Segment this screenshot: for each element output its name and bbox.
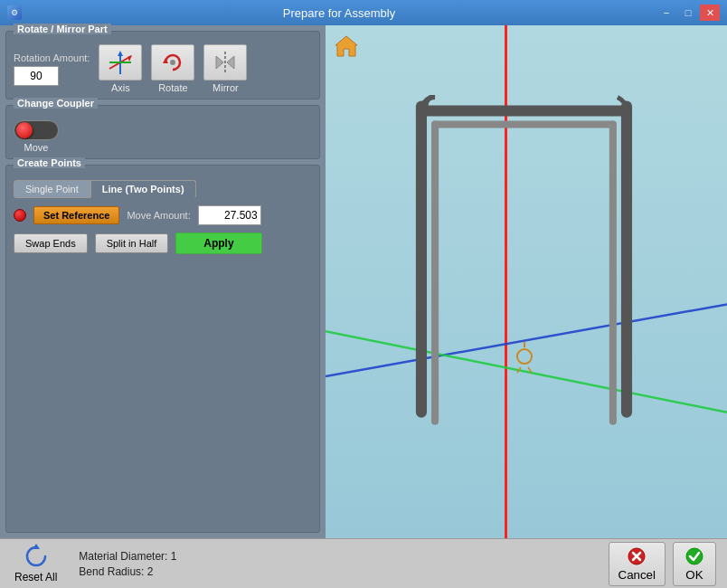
cancel-icon bbox=[627, 546, 647, 566]
cancel-label: Cancel bbox=[618, 568, 656, 582]
material-diameter-text: Material Diameter: 1 bbox=[79, 550, 597, 563]
set-reference-button[interactable]: Set Reference bbox=[33, 206, 119, 224]
tab-single-point[interactable]: Single Point bbox=[14, 180, 90, 198]
rotate-icon bbox=[158, 49, 187, 76]
points-row1: Set Reference Move Amount: bbox=[14, 205, 312, 225]
axis-icon bbox=[106, 49, 135, 76]
dot-indicator bbox=[14, 209, 26, 222]
rotate-mirror-title: Rotate / Mirror Part bbox=[14, 24, 111, 34]
axis-label: Axis bbox=[111, 82, 130, 93]
move-amount-input[interactable] bbox=[198, 205, 261, 225]
move-icon-box[interactable]: Move bbox=[14, 120, 59, 153]
svg-marker-4 bbox=[127, 55, 132, 62]
axis-icon-box bbox=[99, 44, 142, 81]
svg-point-19 bbox=[517, 349, 532, 364]
mirror-button[interactable]: Mirror bbox=[203, 44, 247, 93]
axis-button[interactable]: Axis bbox=[99, 44, 142, 93]
reset-all-label: Reset All bbox=[14, 571, 57, 583]
minimize-button[interactable]: − bbox=[656, 5, 676, 21]
cancel-icon-row bbox=[627, 546, 647, 566]
rotation-label: Rotation Amount: bbox=[14, 52, 90, 63]
svg-marker-23 bbox=[33, 544, 40, 549]
mirror-icon-box bbox=[203, 44, 247, 81]
svg-marker-8 bbox=[216, 56, 223, 69]
mirror-label: Mirror bbox=[212, 82, 239, 93]
viewport-svg bbox=[326, 25, 727, 538]
reset-all-button[interactable]: Reset All bbox=[11, 540, 61, 587]
bottom-bar: Reset All Material Diameter: 1 Bend Radi… bbox=[0, 538, 727, 588]
create-points-group: Create Points Single Point Line (Two Poi… bbox=[5, 165, 320, 533]
create-points-content: Single Point Line (Two Points) Set Refer… bbox=[14, 173, 312, 254]
ok-icon bbox=[685, 546, 704, 566]
svg-marker-9 bbox=[227, 56, 234, 69]
bend-radius-text: Bend Radius: 2 bbox=[79, 565, 597, 578]
svg-line-12 bbox=[326, 331, 727, 413]
tabs: Single Point Line (Two Points) bbox=[14, 180, 312, 198]
info-section: Material Diameter: 1 Bend Radius: 2 bbox=[71, 550, 597, 578]
rotate-button[interactable]: Rotate bbox=[151, 44, 194, 93]
title-controls: − □ ✕ bbox=[656, 5, 720, 21]
reset-icon bbox=[24, 544, 49, 569]
rotate-label: Rotate bbox=[158, 82, 187, 93]
left-panel: Rotate / Mirror Part Rotation Amount: bbox=[0, 25, 326, 538]
bottom-buttons: Cancel OK bbox=[609, 542, 717, 586]
maximize-button[interactable]: □ bbox=[678, 5, 698, 21]
svg-line-11 bbox=[326, 304, 727, 376]
rotate-icon-box bbox=[151, 44, 194, 81]
window-icon: ⚙ bbox=[7, 5, 22, 20]
create-points-title: Create Points bbox=[14, 157, 85, 168]
window-title: Prepare for Assembly bbox=[22, 6, 656, 20]
main-content: Rotate / Mirror Part Rotation Amount: bbox=[0, 25, 727, 538]
svg-point-6 bbox=[170, 60, 175, 65]
cancel-button[interactable]: Cancel bbox=[609, 542, 666, 586]
coupler-group: Change Coupler Move bbox=[5, 105, 320, 159]
rotation-input[interactable] bbox=[14, 66, 59, 86]
svg-marker-3 bbox=[118, 51, 123, 56]
toggle-knob bbox=[16, 122, 33, 138]
title-bar: ⚙ Prepare for Assembly − □ ✕ bbox=[0, 0, 727, 25]
split-in-half-button[interactable]: Split in Half bbox=[95, 233, 169, 253]
close-button[interactable]: ✕ bbox=[700, 5, 720, 21]
apply-button[interactable]: Apply bbox=[175, 232, 261, 254]
viewport bbox=[326, 25, 727, 538]
coupler-title: Change Coupler bbox=[14, 98, 98, 109]
swap-ends-button[interactable]: Swap Ends bbox=[14, 233, 88, 253]
tab-line-two-points[interactable]: Line (Two Points) bbox=[90, 180, 196, 198]
ok-label: OK bbox=[685, 568, 703, 582]
toggle-switch[interactable] bbox=[14, 120, 59, 140]
title-bar-left: ⚙ bbox=[7, 5, 22, 20]
ok-icon-row bbox=[685, 546, 704, 566]
svg-point-27 bbox=[686, 548, 703, 564]
move-label: Move bbox=[24, 142, 49, 153]
move-amount-label: Move Amount: bbox=[127, 210, 190, 221]
rotation-amount-group: Rotation Amount: bbox=[14, 52, 90, 86]
rotate-mirror-group: Rotate / Mirror Part Rotation Amount: bbox=[5, 31, 320, 100]
ok-button[interactable]: OK bbox=[673, 542, 716, 586]
points-row2: Swap Ends Split in Half Apply bbox=[14, 232, 312, 254]
mirror-icon bbox=[211, 49, 240, 76]
rotate-mirror-content: Rotation Amount: Axis bbox=[14, 39, 312, 93]
coupler-content: Move bbox=[14, 113, 312, 153]
